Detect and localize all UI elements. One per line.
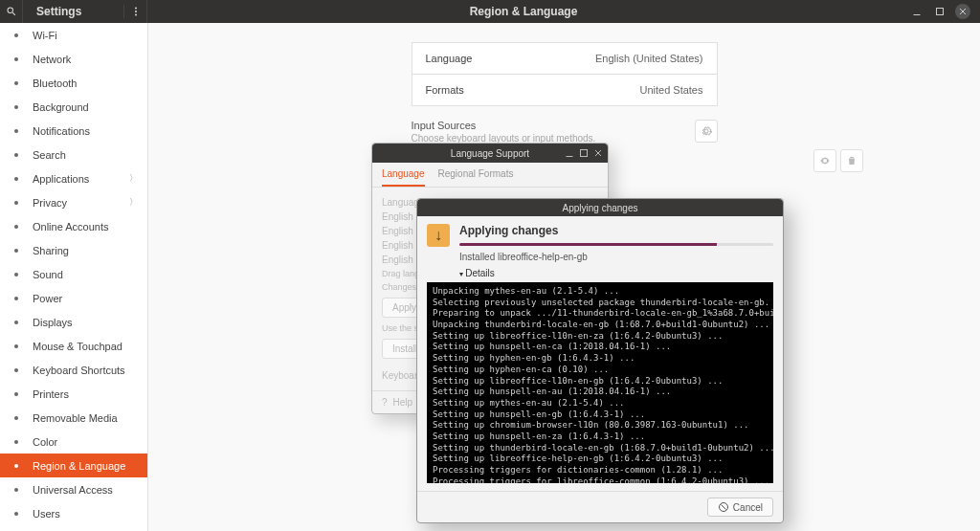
chevron-right-icon: 〉 xyxy=(129,196,138,209)
sidebar-item-keyboard-shortcuts[interactable]: Keyboard Shortcuts xyxy=(0,358,147,382)
printer-icon xyxy=(10,388,23,400)
sidebar-item-applications[interactable]: Applications〉 xyxy=(0,166,147,190)
input-sources-section: Input Sources Choose keyboard layouts or… xyxy=(412,120,718,144)
language-support-titlebar[interactable]: Language Support xyxy=(372,144,608,163)
cancel-icon xyxy=(718,501,729,513)
disk-icon xyxy=(10,412,23,424)
cancel-button[interactable]: Cancel xyxy=(707,498,773,517)
minimize-button[interactable] xyxy=(909,4,924,19)
lock-icon xyxy=(10,197,23,209)
sidebar-item-label: Sound xyxy=(33,269,138,280)
sidebar-item-label: Color xyxy=(33,436,138,448)
formats-value: United States xyxy=(639,84,702,96)
terminal-output[interactable]: Unpacking mythes-en-au (2.1-5.4) ... Sel… xyxy=(427,282,773,483)
sidebar-item-removable-media[interactable]: Removable Media xyxy=(0,406,147,430)
sidebar-item-label: Bluetooth xyxy=(33,77,138,89)
sidebar-item-label: Privacy xyxy=(33,197,120,209)
language-row[interactable]: Language English (United States) xyxy=(412,42,718,75)
display-icon xyxy=(10,317,23,328)
language-support-title: Language Support xyxy=(451,148,529,159)
mouse-icon xyxy=(10,341,23,352)
input-sources-label: Input Sources xyxy=(412,120,596,131)
close-button[interactable] xyxy=(955,4,970,19)
sidebar-item-label: Notifications xyxy=(33,125,138,137)
search-icon xyxy=(10,149,23,161)
sidebar-item-bluetooth[interactable]: Bluetooth xyxy=(0,71,147,95)
applying-changes-heading: Applying changes xyxy=(459,224,773,237)
picture-icon xyxy=(10,101,23,113)
sidebar-item-online-accounts[interactable]: Online Accounts xyxy=(0,214,147,238)
input-sources-settings-button[interactable] xyxy=(695,120,718,143)
help-button[interactable]: Help xyxy=(393,397,413,408)
wifi-icon xyxy=(10,30,23,41)
sidebar-item-privacy[interactable]: Privacy〉 xyxy=(0,190,147,214)
install-status-text: Installed libreoffice-help-en-gb xyxy=(459,252,773,262)
users-icon xyxy=(10,508,23,520)
sidebar-item-power[interactable]: Power xyxy=(0,286,147,310)
sidebar-item-label: Displays xyxy=(33,317,138,328)
access-icon xyxy=(10,484,23,496)
color-icon xyxy=(10,436,23,448)
tab-language[interactable]: Language xyxy=(382,168,425,187)
minimize-icon xyxy=(911,6,923,17)
eye-icon xyxy=(819,155,831,166)
sidebar-item-printers[interactable]: Printers xyxy=(0,382,147,406)
sidebar-item-sound[interactable]: Sound xyxy=(0,262,147,286)
sidebar-item-mouse-touchpad[interactable]: Mouse & Touchpad xyxy=(0,334,147,358)
lw-minimize-button[interactable] xyxy=(564,147,575,159)
menu-dots-icon xyxy=(130,6,142,17)
language-value: English (United States) xyxy=(595,53,703,64)
view-layout-button[interactable] xyxy=(813,149,836,172)
cancel-label: Cancel xyxy=(733,502,763,513)
lw-close-button[interactable] xyxy=(592,147,604,159)
language-label: Language xyxy=(426,53,473,64)
formats-row[interactable]: Formats United States xyxy=(412,75,718,106)
tab-regional-formats[interactable]: Regional Formats xyxy=(438,168,514,187)
sidebar-item-background[interactable]: Background xyxy=(0,95,147,119)
sidebar-item-notifications[interactable]: Notifications xyxy=(0,119,147,143)
cloud-icon xyxy=(10,221,23,232)
sidebar-item-color[interactable]: Color xyxy=(0,430,147,454)
applying-changes-titlebar[interactable]: Applying changes xyxy=(417,199,783,216)
sidebar-item-label: Online Accounts xyxy=(33,221,138,232)
sidebar-item-label: Region & Language xyxy=(33,460,138,472)
sidebar-item-region-language[interactable]: Region & Language xyxy=(0,454,147,477)
sidebar-item-label: Network xyxy=(33,54,138,65)
hamburger-menu-button[interactable] xyxy=(124,0,147,23)
globe-icon xyxy=(10,54,23,65)
sidebar-item-label: Power xyxy=(33,293,138,304)
volume-icon xyxy=(10,269,23,280)
sidebar-item-label: Search xyxy=(33,149,138,161)
sidebar-item-sharing[interactable]: Sharing xyxy=(0,238,147,262)
maximize-icon xyxy=(578,147,590,159)
details-toggle[interactable]: Details xyxy=(459,268,773,278)
close-icon xyxy=(592,147,604,159)
flag-icon xyxy=(10,460,23,472)
sidebar-item-label: Users xyxy=(33,508,138,520)
settings-sidebar: Wi-FiNetworkBluetoothBackgroundNotificat… xyxy=(0,23,148,531)
bluetooth-icon xyxy=(10,77,23,89)
gear-icon xyxy=(701,125,712,137)
sidebar-item-label: Removable Media xyxy=(33,412,138,424)
search-button[interactable] xyxy=(0,0,23,23)
maximize-button[interactable] xyxy=(932,4,947,19)
sidebar-item-network[interactable]: Network xyxy=(0,47,147,71)
sidebar-item-search[interactable]: Search xyxy=(0,143,147,166)
window-titlebar: Settings Region & Language xyxy=(0,0,980,23)
region-settings-group: Language English (United States) Formats… xyxy=(412,42,718,106)
page-title: Region & Language xyxy=(147,5,900,18)
sidebar-item-label: Printers xyxy=(33,388,138,400)
applying-changes-dialog: Applying changes ↓ Applying changes Inst… xyxy=(416,198,784,523)
sidebar-item-wi-fi[interactable]: Wi-Fi xyxy=(0,23,147,47)
chevron-right-icon: 〉 xyxy=(129,172,138,185)
trash-icon xyxy=(846,155,858,166)
sidebar-item-displays[interactable]: Displays xyxy=(0,310,147,334)
question-icon: ? xyxy=(382,397,388,408)
remove-layout-button[interactable] xyxy=(840,149,863,172)
power-icon xyxy=(10,293,23,304)
sidebar-item-universal-access[interactable]: Universal Access xyxy=(0,477,147,501)
download-icon: ↓ xyxy=(427,224,450,247)
lw-maximize-button[interactable] xyxy=(578,147,590,159)
sidebar-item-users[interactable]: Users xyxy=(0,501,147,525)
app-title: Settings xyxy=(23,5,124,18)
